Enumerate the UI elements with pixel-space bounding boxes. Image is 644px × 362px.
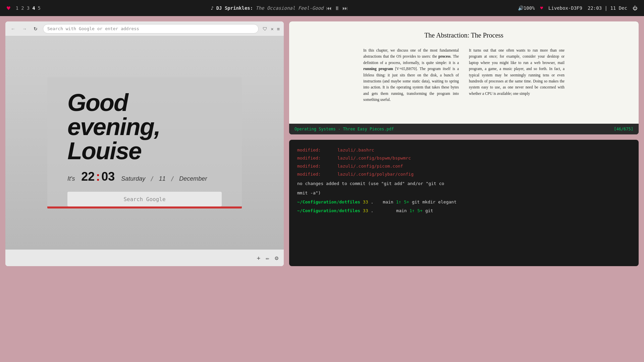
modified-label-2: modified:	[297, 155, 337, 162]
workspace-3[interactable]: 3	[27, 5, 30, 11]
time-min: 03	[101, 170, 115, 184]
slash2: /	[167, 175, 178, 182]
power-icon[interactable]: ⏻	[633, 5, 637, 11]
workspace-2[interactable]: 2	[21, 5, 24, 11]
toolbar-icons: 🛡 ✕ ≡	[263, 26, 280, 32]
modified-label-1: modified:	[297, 146, 337, 154]
pause-button[interactable]: ⏸	[334, 5, 340, 11]
volume-label: 🔊100%	[518, 5, 535, 11]
music-icon: ♪	[211, 5, 213, 11]
workspace-switcher[interactable]: 1 2 3 4 5	[16, 5, 41, 11]
settings-button[interactable]: ⚙	[275, 254, 278, 261]
pdf-paragraph-1: In this chapter, we discuss one of the m…	[363, 47, 459, 103]
datetime-label: 22:03 | 11 Dec	[588, 5, 627, 11]
shield-icon[interactable]: 🛡	[263, 26, 267, 32]
workspace-5[interactable]: 5	[38, 5, 41, 11]
greeting-line3: Louise	[67, 137, 141, 164]
terminal-window: modified: lazuli/.bashrc modified: lazul…	[289, 140, 639, 266]
wifi-heart-icon: ♥	[540, 5, 543, 11]
menu-icon[interactable]: ≡	[277, 26, 280, 32]
term-plus-1: 5+	[404, 198, 409, 206]
right-panels: The Abstraction: The Process In this cha…	[289, 21, 639, 266]
pdf-content: The Abstraction: The Process In this cha…	[289, 21, 639, 124]
modified-path-1: lazuli/.bashrc	[337, 146, 374, 154]
its-label: It's	[67, 175, 75, 182]
date-label: 11	[159, 175, 166, 182]
forward-button[interactable]: →	[21, 25, 28, 33]
greeting-card: Good evening, Louise It's 22:03 Saturday…	[47, 77, 242, 206]
modified-path-3: lazuli/.config/picom.conf	[337, 163, 403, 170]
address-placeholder: Search with Google or enter address	[47, 26, 139, 31]
term-dot-2: .	[371, 207, 374, 215]
day-label: Saturday	[121, 175, 145, 182]
heart-icon: ♥	[7, 5, 10, 12]
prev-button[interactable]: ⏮	[326, 5, 332, 11]
month-label: December	[179, 175, 207, 182]
pin-icon[interactable]: ✕	[271, 26, 273, 32]
red-accent-bar	[47, 206, 242, 208]
next-button[interactable]: ⏭	[342, 5, 348, 11]
pdf-viewer: The Abstraction: The Process In this cha…	[289, 21, 639, 134]
workspace-4[interactable]: 4	[32, 5, 35, 11]
slash1: /	[147, 175, 158, 182]
term-up-2: 1↑	[410, 207, 415, 215]
term-up-1: 1↑	[396, 198, 401, 206]
address-bar[interactable]: Search with Google or enter address	[43, 24, 259, 34]
term-dot-1: .	[371, 198, 374, 206]
reload-button[interactable]: ↻	[32, 25, 39, 33]
term-cmd-2: git	[425, 207, 433, 215]
term-line-3: modified: lazuli/.config/picom.conf	[297, 163, 631, 170]
greeting-line2: evening,	[67, 113, 160, 140]
greeting-text: Good evening, Louise	[67, 90, 222, 163]
add-widget-button[interactable]: +	[257, 254, 260, 261]
browser-window: ← → ↻ Search with Google or enter addres…	[5, 21, 284, 266]
term-cwd-2: ~/Configuration/dotfiles	[297, 207, 360, 215]
term-line-4: modified: lazuli/.config/polybar/config	[297, 171, 631, 178]
topbar-right: 🔊100% ♥ Livebox-D3F9 22:03 | 11 Dec ⏻	[518, 5, 637, 11]
term-line-1: modified: lazuli/.bashrc	[297, 146, 631, 154]
term-prompt-2: ~/Configuration/dotfiles 33 . main 1↑ 5+…	[297, 207, 631, 215]
time-colon: :	[96, 170, 100, 184]
term-cmd-1: git mkdir elegant	[412, 198, 457, 206]
top-bar: ♥ 1 2 3 4 5 ♪ DJ Sprinkles: The Occasion…	[0, 0, 644, 16]
datetime-row: It's 22:03 Saturday / 11 / December	[67, 170, 222, 184]
term-status-2: mmit -a")	[297, 189, 631, 197]
back-button[interactable]: ←	[9, 25, 17, 33]
pdf-title: The Abstraction: The Process	[424, 32, 503, 39]
term-num-2: 33	[363, 207, 368, 215]
term-branch-1: main	[383, 198, 393, 206]
term-num-1: 33	[363, 198, 368, 206]
topbar-left: ♥ 1 2 3 4 5	[7, 5, 41, 12]
main-layout: ← → ↻ Search with Google or enter addres…	[0, 16, 644, 362]
workspace-1[interactable]: 1	[16, 5, 18, 11]
modified-path-4: lazuli/.config/polybar/config	[337, 171, 414, 178]
time-hour: 22	[81, 170, 95, 184]
term-status-1: no changes added to commit (use "git add…	[297, 180, 631, 187]
search-placeholder: Search Google	[123, 196, 165, 202]
pdf-body: In this chapter, we discuss one of the m…	[363, 47, 565, 103]
artist-label: DJ Sprinkles:	[216, 5, 253, 11]
greeting-line1: Good	[67, 89, 128, 116]
media-controls[interactable]: ⏮ ⏸ ⏭	[326, 5, 348, 11]
term-prompt-1: ~/Configuration/dotfiles 33 . main 1↑ 5+…	[297, 198, 631, 206]
browser-bottom-toolbar: + ✏ ⚙	[5, 249, 284, 266]
modified-label-3: modified:	[297, 163, 337, 170]
pdf-filename: Operating Systems - Three Easy Pieces.pd…	[294, 127, 394, 131]
modified-path-2: lazuli/.config/bspwm/bspwmrc	[337, 155, 411, 162]
term-plus-2: 5+	[417, 207, 423, 215]
term-cwd-1: ~/Configuration/dotfiles	[297, 198, 360, 206]
pdf-footer: Operating Systems - Three Easy Pieces.pd…	[289, 124, 639, 134]
modified-label-4: modified:	[297, 171, 337, 178]
term-branch-2: main	[396, 207, 407, 215]
network-label: Livebox-D3F9	[548, 5, 582, 11]
pdf-paragraph-2: It turns out that one often wants to run…	[469, 47, 565, 97]
search-bar[interactable]: Search Google	[67, 192, 222, 206]
edit-button[interactable]: ✏	[266, 254, 269, 261]
pdf-page-info: [46/675]	[614, 127, 633, 131]
newtab-page: Good evening, Louise It's 22:03 Saturday…	[5, 36, 284, 249]
term-line-2: modified: lazuli/.config/bspwm/bspwmrc	[297, 155, 631, 162]
topbar-center: ♪ DJ Sprinkles: The Occasional Feel-Good…	[211, 5, 347, 11]
browser-content: Good evening, Louise It's 22:03 Saturday…	[5, 36, 284, 266]
browser-toolbar: ← → ↻ Search with Google or enter addres…	[5, 21, 284, 36]
song-label: The Occasional Feel-Good	[256, 5, 323, 11]
